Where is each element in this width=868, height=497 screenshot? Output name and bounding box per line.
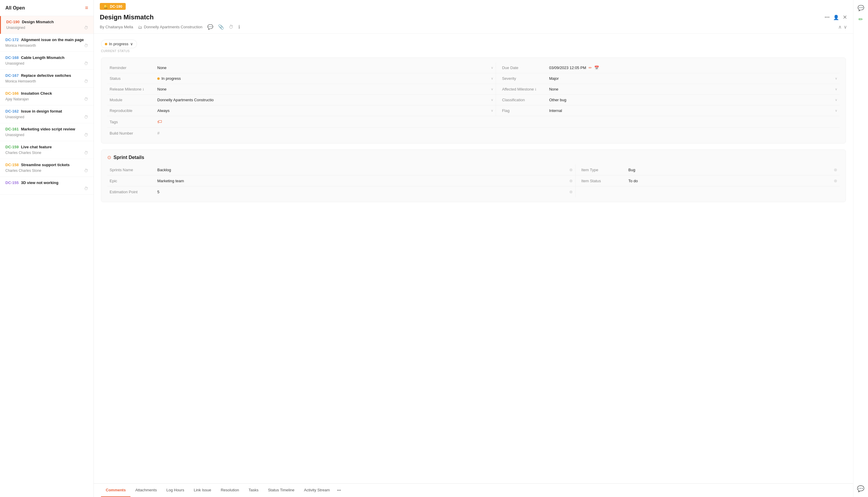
epic-remove-icon[interactable]: ⊗ <box>569 179 573 183</box>
sprint-toggle-icon[interactable]: ⊙ <box>107 155 111 160</box>
item-id: DC-155 <box>5 181 19 185</box>
estimation-point-value[interactable]: 5 ⊗ <box>155 186 575 197</box>
timer-icon[interactable]: ⏱ <box>229 25 234 30</box>
severity-label: Severity <box>496 73 547 84</box>
item-assignee: Ajay Natarajan ⏱ <box>5 97 88 101</box>
clock-icon: ⏱ <box>84 168 88 173</box>
status-field-arrow: ∨ <box>491 76 493 81</box>
item-assignee: Monica Hemsworth ⏱ <box>5 79 88 84</box>
affected-milestone-value[interactable]: None ∨ <box>547 84 840 95</box>
item-id: DC-158 <box>5 162 19 167</box>
date-edit-icon[interactable]: ✏ <box>589 66 592 70</box>
chat-icon[interactable]: 💬 <box>857 5 864 11</box>
sidebar-item-dc-167[interactable]: DC-167 Replace defective switches Monica… <box>0 70 94 87</box>
attachment-icon[interactable]: 📎 <box>218 24 224 30</box>
classification-value[interactable]: Other bug ∨ <box>547 95 840 105</box>
item-status-label: Item Status <box>575 175 626 186</box>
sidebar: All Open ≡ DC-190 Design Mismatch Unassi… <box>0 0 94 497</box>
epic-value[interactable]: Marketing team ⊗ <box>155 175 575 186</box>
current-status-label: CURRENT STATUS <box>101 49 846 53</box>
item-id: DC-167 <box>5 73 19 78</box>
comment-icon[interactable]: 💬 <box>207 24 213 30</box>
tab-link-issue[interactable]: Link Issue <box>189 484 216 497</box>
status-badge[interactable]: In progress ∨ <box>101 40 137 48</box>
sidebar-item-dc-166[interactable]: DC-166 Insulation Check Ajay Natarajan ⏱ <box>0 87 94 105</box>
menu-icon[interactable]: ≡ <box>85 5 88 11</box>
sidebar-item-dc-162[interactable]: DC-162 Issue in design format Unassigned… <box>0 105 94 123</box>
build-number-label: Build Number <box>107 128 155 139</box>
estimation-remove-icon[interactable]: ⊗ <box>569 189 573 194</box>
item-title: Marketing video script review <box>21 127 75 131</box>
severity-value[interactable]: Major ∨ <box>547 73 840 84</box>
pencil-icon[interactable]: ✏ <box>858 16 863 23</box>
sidebar-item-dc-190[interactable]: DC-190 Design Mismatch Unassigned ⏱ <box>0 16 94 34</box>
item-id: DC-168 <box>5 55 19 60</box>
sprint-fields-table: Sprints Name Backlog ⊗ Item Type <box>107 165 840 197</box>
flag-value[interactable]: Internal ∨ <box>547 105 840 116</box>
reproducible-label: Reproducible <box>107 105 155 116</box>
item-assignee: ⏱ <box>5 186 88 191</box>
main-panel: 🔔 DC-190 Design Mismatch ••• 👤 ✕ By Chai… <box>94 0 853 497</box>
estimation-point-label: Estimation Point <box>107 186 155 197</box>
sidebar-item-dc-155[interactable]: DC-155 3D view not working ⏱ <box>0 177 94 195</box>
nav-up-icon[interactable]: ∧ <box>838 24 842 30</box>
tab-status-timeline[interactable]: Status Timeline <box>263 484 299 497</box>
build-number-value[interactable]: # <box>155 128 840 139</box>
sidebar-item-dc-172[interactable]: DC-172 Alignment issue on the main page … <box>0 34 94 52</box>
item-type-label: Item Type <box>575 165 626 175</box>
message-circle-icon[interactable]: 💬 <box>857 485 865 492</box>
nav-arrows: ∧ ∨ <box>838 24 847 30</box>
close-icon[interactable]: ✕ <box>843 14 847 20</box>
sidebar-item-dc-159[interactable]: DC-159 Live chat feature Charles Charles… <box>0 141 94 159</box>
assignee-name: Unassigned <box>6 26 25 30</box>
clock-icon: ⏱ <box>84 186 88 191</box>
affected-milestone-info-icon[interactable]: ℹ <box>535 87 536 91</box>
issue-author: By Chaitanya Mella <box>100 25 133 29</box>
release-milestone-info-icon[interactable]: ℹ <box>143 87 144 91</box>
nav-down-icon[interactable]: ∨ <box>843 24 847 30</box>
calendar-icon[interactable]: 📅 <box>594 66 599 70</box>
table-row: Module Donnelly Apartments Constructio ∨… <box>107 95 840 105</box>
sidebar-item-dc-161[interactable]: DC-161 Marketing video script review Una… <box>0 123 94 141</box>
sidebar-item-dc-168[interactable]: DC-168 Cable Length Mismatch Unassigned … <box>0 52 94 70</box>
issue-title-actions: ••• 👤 ✕ <box>825 14 847 20</box>
assignee-name: Monica Hemsworth <box>5 43 36 48</box>
bottom-tabs: CommentsAttachmentsLog HoursLink IssueRe… <box>94 483 853 497</box>
tabs-more-icon[interactable]: ••• <box>335 484 344 497</box>
sprints-name-value[interactable]: Backlog ⊗ <box>155 165 575 175</box>
item-status-value[interactable]: To do ⊗ <box>626 175 840 186</box>
clock-icon: ⏱ <box>84 151 88 155</box>
share-icon[interactable]: 👤 <box>833 15 839 20</box>
reminder-dropdown-arrow: ∨ <box>491 66 493 70</box>
more-options-icon[interactable]: ••• <box>825 15 829 20</box>
tab-resolution[interactable]: Resolution <box>216 484 244 497</box>
item-id: DC-161 <box>5 127 19 131</box>
table-row: Sprints Name Backlog ⊗ Item Type <box>107 165 840 175</box>
reproducible-value[interactable]: Always ∨ <box>155 105 496 116</box>
item-title: Insulation Check <box>21 91 52 96</box>
item-assignee: Charles Charles Stone ⏱ <box>5 151 88 155</box>
tab-attachments[interactable]: Attachments <box>130 484 162 497</box>
module-value[interactable]: Donnelly Apartments Constructio ∨ <box>155 95 496 105</box>
tags-value[interactable]: 🏷 <box>155 116 840 128</box>
assignee-name: Unassigned <box>5 61 24 66</box>
issue-tag-row: 🔔 DC-190 <box>100 3 847 13</box>
assignee-name: Charles Charles Stone <box>5 151 41 155</box>
sprint-title: Sprint Details <box>113 155 144 160</box>
tab-tasks[interactable]: Tasks <box>244 484 263 497</box>
item-type-remove-icon[interactable]: ⊗ <box>834 167 837 172</box>
sprints-name-remove-icon[interactable]: ⊗ <box>569 167 573 172</box>
tab-comments[interactable]: Comments <box>101 484 130 497</box>
sidebar-item-dc-158[interactable]: DC-158 Streamline support tickets Charle… <box>0 159 94 177</box>
item-title: Design Mismatch <box>22 20 54 24</box>
tab-log-hours[interactable]: Log Hours <box>162 484 189 497</box>
release-milestone-value[interactable]: None ∨ <box>155 84 496 95</box>
info-icon[interactable]: ℹ <box>238 24 240 30</box>
item-status-remove-icon[interactable]: ⊗ <box>834 179 837 183</box>
reminder-value[interactable]: None ∨ <box>155 62 496 73</box>
status-field-value[interactable]: In progress ∨ <box>155 73 496 84</box>
sprints-name-label: Sprints Name <box>107 165 155 175</box>
tab-activity-stream[interactable]: Activity Stream <box>299 484 335 497</box>
clock-icon: ⏱ <box>84 115 88 119</box>
item-type-value[interactable]: Bug ⊗ <box>626 165 840 175</box>
